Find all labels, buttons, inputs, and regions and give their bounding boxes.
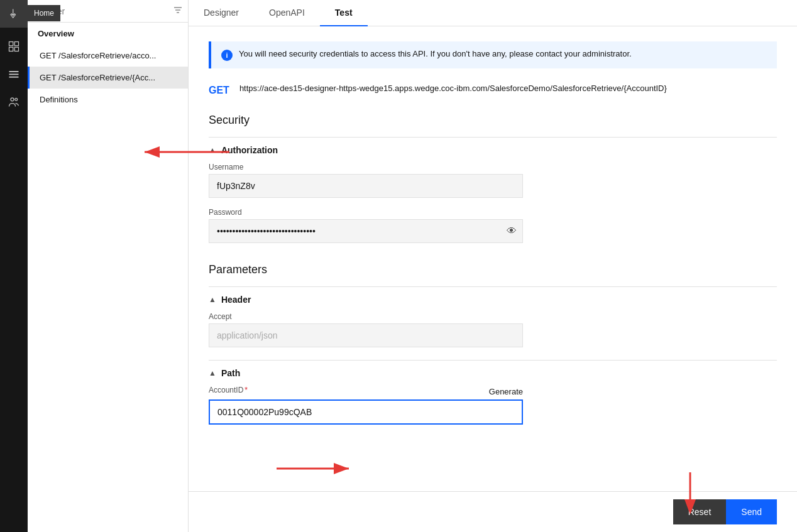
tab-openapi[interactable]: OpenAPI — [254, 0, 320, 26]
sidebar-item-definitions[interactable]: Definitions — [28, 89, 188, 111]
home-button[interactable]: Home — [0, 0, 28, 28]
sidebar-item-overview[interactable]: Overview — [28, 23, 188, 45]
path-chevron: ▲ — [209, 369, 216, 377]
parameters-section: Parameters ▲ Header Accept ▲ Path — [209, 263, 777, 425]
path-collapsible-header[interactable]: ▲ Path — [209, 368, 777, 378]
generate-link[interactable]: Generate — [489, 387, 523, 396]
header-label: Header — [221, 295, 251, 305]
main-content: Designer OpenAPI Test i You will need se… — [189, 0, 797, 532]
sidebar-item-get-acco[interactable]: GET /SalesforceRetrieve/acco... — [28, 45, 188, 67]
authorization-group: ▲ Authorization Username Password 👁 — [209, 137, 777, 243]
header-group: ▲ Header Accept — [209, 286, 777, 347]
svg-rect-3 — [14, 47, 18, 51]
info-banner-text: You will need security credentials to ac… — [239, 49, 632, 58]
sidebar-nav: Overview GET /SalesforceRetrieve/acco...… — [28, 23, 188, 532]
get-url: https://ace-des15-designer-https-wedge15… — [239, 84, 667, 93]
svg-point-8 — [15, 98, 18, 100]
username-field-group: Username — [209, 163, 777, 198]
get-method-badge: GET — [209, 85, 229, 96]
list-icon — [8, 68, 20, 80]
search-icon — [33, 5, 43, 17]
authorization-collapsible-header[interactable]: ▲ Authorization — [209, 145, 777, 155]
info-icon: i — [221, 50, 233, 61]
svg-line-10 — [39, 11, 41, 14]
authorization-label: Authorization — [221, 145, 278, 155]
sidebar: Overview GET /SalesforceRetrieve/acco...… — [28, 0, 189, 532]
svg-point-9 — [35, 7, 40, 12]
account-id-field-group: AccountID* Generate — [209, 386, 777, 425]
reset-button[interactable]: Reset — [673, 499, 727, 524]
account-id-input[interactable] — [209, 399, 523, 425]
header-chevron: ▲ — [209, 295, 216, 304]
password-input[interactable] — [209, 219, 523, 243]
svg-rect-1 — [14, 42, 18, 46]
username-input[interactable] — [209, 174, 523, 198]
accept-input[interactable] — [209, 323, 523, 347]
tab-designer[interactable]: Designer — [189, 0, 254, 26]
nav-icon-1[interactable] — [0, 33, 28, 60]
icon-rail: Home — [0, 0, 28, 532]
accept-field-group: Accept — [209, 312, 777, 347]
sidebar-item-get-acc-active[interactable]: GET /SalesforceRetrieve/{Acc... — [28, 67, 188, 89]
tab-bar: Designer OpenAPI Test — [189, 0, 797, 26]
toggle-password-icon[interactable]: 👁 — [507, 225, 517, 237]
path-group: ▲ Path AccountID* Generate — [209, 360, 777, 425]
action-bar: Reset Send — [189, 491, 797, 532]
people-icon — [8, 95, 20, 108]
security-section: Security ▲ Authorization Username Passwo… — [209, 114, 777, 243]
svg-rect-2 — [9, 47, 13, 51]
accept-label: Accept — [209, 312, 777, 321]
nav-icon-2[interactable] — [0, 60, 28, 88]
username-label: Username — [209, 163, 777, 171]
sidebar-search-bar — [28, 0, 188, 23]
svg-rect-0 — [9, 42, 13, 46]
grid-icon — [8, 40, 20, 53]
parameters-section-title: Parameters — [209, 263, 777, 276]
password-field-group: Password 👁 — [209, 208, 777, 243]
password-label: Password — [209, 208, 777, 217]
content-area: i You will need security credentials to … — [189, 26, 797, 491]
send-button[interactable]: Send — [726, 499, 777, 524]
svg-rect-5 — [9, 73, 19, 75]
tab-test[interactable]: Test — [320, 0, 368, 26]
account-id-label: AccountID* — [209, 386, 248, 394]
sidebar-filter-input[interactable] — [45, 6, 170, 16]
account-id-label-row: AccountID* Generate — [209, 386, 523, 397]
password-wrap: 👁 — [209, 219, 523, 243]
info-banner: i You will need security credentials to … — [209, 41, 777, 68]
required-star: * — [245, 386, 248, 394]
svg-point-7 — [11, 98, 14, 101]
header-collapsible-header[interactable]: ▲ Header — [209, 295, 777, 305]
svg-rect-4 — [9, 71, 19, 72]
cursor-icon — [8, 8, 20, 20]
nav-icon-3[interactable] — [0, 88, 28, 116]
path-label: Path — [221, 368, 240, 378]
filter-icon[interactable] — [173, 5, 183, 17]
security-section-title: Security — [209, 114, 777, 127]
svg-rect-6 — [9, 77, 19, 78]
get-row: GET https://ace-des15-designer-https-wed… — [209, 84, 777, 96]
authorization-chevron: ▲ — [209, 146, 216, 155]
